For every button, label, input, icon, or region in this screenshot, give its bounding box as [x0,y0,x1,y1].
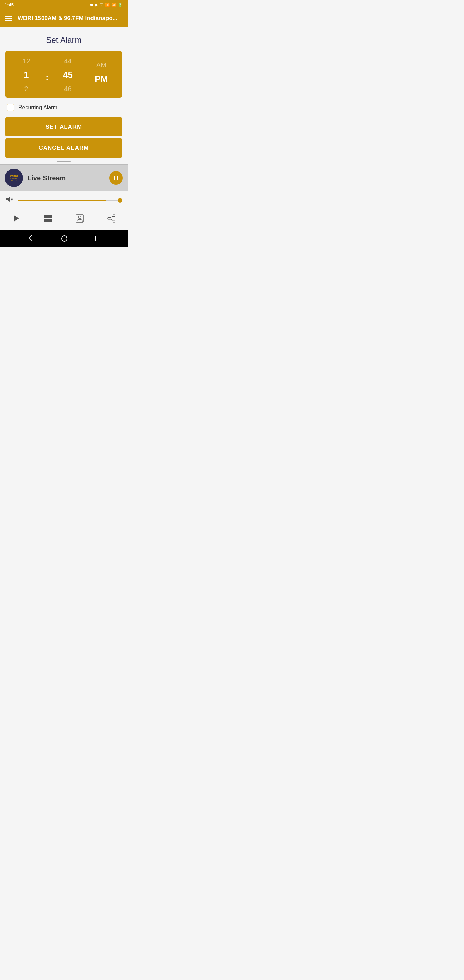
svg-point-7 [78,216,81,219]
status-icons: ⏺ ▶ 🛡 📶 📶 🔋 [90,3,123,7]
nav-item-contact[interactable] [75,214,84,225]
share-nav-icon [107,214,116,225]
cancel-alarm-button[interactable]: CANCEL ALARM [5,138,122,158]
now-playing-bar: WBRI 1500AM & 96.7FM Live Stream [0,164,127,191]
set-alarm-button[interactable]: SET ALARM [5,118,122,137]
menu-button[interactable] [5,16,12,21]
minute-divider-top [57,68,78,68]
period-column[interactable]: AM PM [85,61,118,89]
record-icon: ⏺ [90,3,94,7]
pause-bar-2 [117,176,118,180]
station-logo-text: WBRI [10,174,18,178]
volume-fill [18,200,106,201]
page-title: Set Alarm [5,35,122,45]
minute-current: 45 [63,70,73,80]
svg-marker-1 [14,215,19,221]
hamburger-line-3 [5,20,12,21]
recurring-alarm-checkbox[interactable] [7,104,14,111]
volume-icon [5,195,14,205]
recurring-alarm-row: Recurring Alarm [5,104,122,111]
svg-rect-3 [48,215,52,218]
svg-marker-0 [6,197,10,202]
back-button[interactable] [27,234,34,243]
hour-prev: 12 [22,57,30,65]
app-title: WBRI 1500AM & 96.7FM Indianapo... [18,15,123,22]
drag-handle [5,158,122,164]
nav-item-share[interactable] [107,214,116,225]
now-playing-title: Live Stream [27,174,109,182]
svg-line-12 [110,219,113,221]
minute-prev: 44 [64,57,72,65]
time-picker-grid: 12 1 2 : 44 45 46 AM PM [10,57,118,93]
minute-next: 46 [64,85,72,93]
colon-separator: : [43,64,51,87]
volume-track[interactable] [18,200,122,201]
colon-text: : [46,64,48,81]
pause-button[interactable] [109,171,123,185]
play-status-icon: ▶ [95,3,98,7]
page-content: Set Alarm 12 1 2 : 44 45 46 [0,27,127,164]
station-logo: WBRI 1500AM & 96.7FM [5,169,23,187]
station-logo-subtext: 1500AM & 96.7FM [5,178,22,182]
home-button[interactable] [61,235,67,242]
hour-next: 2 [24,85,28,93]
svg-point-8 [113,215,115,217]
battery-icon: 🔋 [118,3,123,7]
minute-divider-bottom [57,82,78,82]
contact-nav-icon [75,214,84,225]
pause-icon [114,176,118,180]
period-divider-top [91,72,111,73]
hour-current: 1 [24,70,29,80]
svg-rect-4 [44,219,48,222]
volume-bar-row [0,191,127,210]
svg-line-11 [110,216,113,218]
svg-rect-5 [48,219,52,222]
play-nav-icon [11,214,21,225]
nav-item-play[interactable] [11,214,21,225]
time-picker[interactable]: 12 1 2 : 44 45 46 AM PM [5,51,122,98]
hour-divider-top [16,68,37,68]
recurring-alarm-label: Recurring Alarm [18,105,57,111]
status-bar: 1:45 ⏺ ▶ 🛡 📶 📶 🔋 [0,0,127,10]
hour-divider-bottom [16,82,37,82]
period-current: PM [95,74,108,84]
minute-column[interactable]: 44 45 46 [51,57,84,93]
volume-thumb [118,198,122,203]
shield-icon: 🛡 [100,3,103,7]
hour-column[interactable]: 12 1 2 [10,57,43,93]
system-nav [0,231,127,247]
signal-icon: 📶 [105,3,110,7]
status-time: 1:45 [5,2,14,8]
nav-item-grid[interactable] [43,214,52,225]
drag-handle-bar [57,161,71,162]
pause-bar-1 [114,176,115,180]
recents-button[interactable] [95,236,100,241]
svg-point-9 [108,218,110,220]
top-bar: WBRI 1500AM & 96.7FM Indianapo... [0,10,127,27]
bottom-nav [0,210,127,231]
station-logo-inner: WBRI 1500AM & 96.7FM [5,169,22,186]
hamburger-line-2 [5,18,12,19]
period-divider-bottom [91,86,111,86]
grid-nav-icon [43,214,52,225]
wifi-icon: 📶 [111,3,116,7]
period-prev: AM [96,61,106,69]
svg-point-10 [113,220,115,222]
hamburger-line-1 [5,16,12,17]
svg-rect-2 [44,215,48,218]
